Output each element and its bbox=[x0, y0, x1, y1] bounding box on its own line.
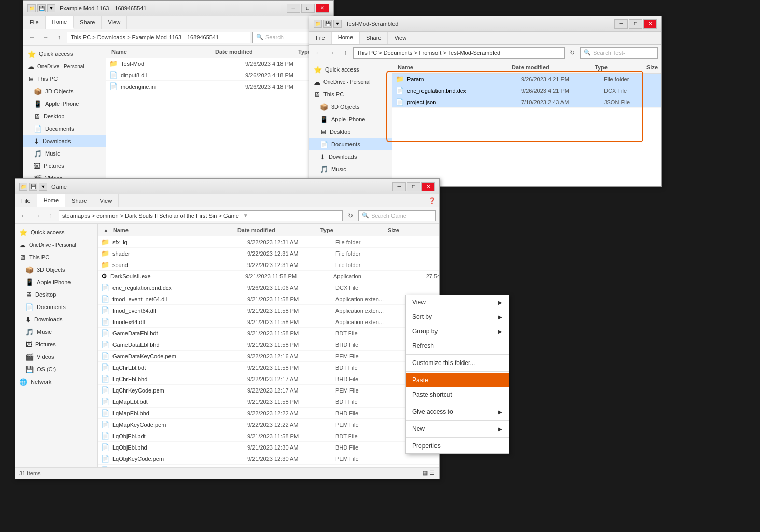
forward-button[interactable]: → bbox=[40, 32, 51, 43]
tab-home[interactable]: Home bbox=[332, 32, 360, 44]
minimize-button[interactable]: ─ bbox=[614, 19, 628, 29]
sidebar-item-quick-access[interactable]: ⭐ Quick access bbox=[15, 226, 97, 239]
sidebar-item-thispc[interactable]: 🖥 This PC bbox=[309, 88, 392, 101]
address-bar[interactable]: This PC > Downloads > Example Mod-1163--… bbox=[67, 32, 250, 43]
tab-share[interactable]: Share bbox=[360, 32, 388, 44]
sidebar-item-downloads[interactable]: ⬇ Downloads bbox=[23, 135, 106, 147]
file-row-lqmapebl-bhd[interactable]: 📄 LqMapEbl.bhd 9/22/2023 12:22 AM BHD Fi… bbox=[98, 408, 439, 419]
ctx-paste[interactable]: Paste bbox=[406, 373, 509, 387]
forward-button[interactable]: → bbox=[326, 47, 337, 59]
refresh-button[interactable]: ↻ bbox=[345, 210, 356, 221]
file-row-fmod-event64[interactable]: 📄 fmod_event64.dll 9/21/2023 11:58 PM Ap… bbox=[98, 305, 439, 316]
dropdown-arrow[interactable]: ▼ bbox=[243, 213, 248, 218]
sidebar-item-music[interactable]: 🎵 Music bbox=[23, 147, 106, 160]
file-row-lqchrebl-bhd[interactable]: 📄 LqChrEbl.bhd 9/22/2023 12:17 AM BHD Fi… bbox=[98, 373, 439, 385]
close-button[interactable]: ✕ bbox=[316, 4, 329, 13]
file-row-gamedatakeycode[interactable]: 📄 GameDataKeyCode.pem 9/22/2023 12:16 AM… bbox=[98, 351, 439, 362]
back-button[interactable]: ← bbox=[26, 32, 38, 43]
ctx-sort-by[interactable]: Sort by ▶ bbox=[406, 310, 509, 324]
list-view-icon[interactable]: ▦ bbox=[423, 470, 428, 477]
ctx-paste-shortcut[interactable]: Paste shortcut bbox=[406, 387, 509, 402]
tab-view[interactable]: View bbox=[93, 194, 119, 207]
refresh-button[interactable]: ↻ bbox=[567, 47, 578, 59]
ctx-customize[interactable]: Customize this folder... bbox=[406, 356, 509, 370]
sidebar-item-apple-iphone[interactable]: 📱 Apple iPhone bbox=[23, 97, 106, 110]
sidebar-item-onedrive[interactable]: ☁ OneDrive - Personal bbox=[23, 60, 106, 73]
up-button[interactable]: ↑ bbox=[53, 32, 65, 43]
sidebar-item-desktop[interactable]: 🖥 Desktop bbox=[15, 288, 97, 301]
file-row-lqchrebl-bdt[interactable]: 📄 LqChrEbl.bdt 9/21/2023 11:58 PM BDT Fi… bbox=[98, 362, 439, 373]
sidebar-item-thispc[interactable]: 🖥 This PC bbox=[15, 251, 97, 263]
sidebar-item-downloads[interactable]: ⬇ Downloads bbox=[15, 313, 97, 326]
sidebar-item-downloads[interactable]: ⬇ Downloads bbox=[309, 150, 392, 163]
file-row-gamedataebl-bdt[interactable]: 📄 GameDataEbl.bdt 9/21/2023 11:58 PM BDT… bbox=[98, 328, 439, 339]
details-view-icon[interactable]: ☰ bbox=[430, 470, 435, 477]
close-button[interactable]: ✕ bbox=[643, 19, 657, 29]
file-row-fmod-event-net64[interactable]: 📄 fmod_event_net64.dll 9/21/2023 11:58 P… bbox=[98, 293, 439, 305]
file-row-darksoulsii-exe[interactable]: ⚙ DarkSoulsII.exe 9/21/2023 11:58 PM App… bbox=[98, 271, 439, 282]
help-icon[interactable]: ❓ bbox=[428, 197, 436, 204]
ctx-group-by[interactable]: Group by ▶ bbox=[406, 324, 509, 339]
address-bar[interactable]: This PC > Documents > Fromsoft > Test-Mo… bbox=[353, 47, 565, 59]
tab-share[interactable]: Share bbox=[65, 194, 93, 207]
sidebar-item-documents[interactable]: 📄 Documents bbox=[309, 138, 392, 150]
minimize-button[interactable]: ─ bbox=[392, 182, 406, 191]
file-row-lqobjebl-bhd[interactable]: 📄 LqObjEbl.bhd 9/21/2023 12:30 AM BHD Fi… bbox=[98, 442, 439, 453]
file-row-sound[interactable]: 📁 sound 9/22/2023 12:31 AM File folder bbox=[98, 259, 439, 271]
maximize-button[interactable]: □ bbox=[629, 19, 642, 29]
file-row-lqchrkeycode[interactable]: 📄 LqChrKeyCode.pem 9/22/2023 12:17 AM PE… bbox=[98, 385, 439, 396]
sidebar-item-osc[interactable]: 💾 OS (C:) bbox=[15, 363, 97, 375]
sidebar-item-onedrive[interactable]: ☁ OneDrive - Personal bbox=[309, 76, 392, 88]
sidebar-item-onedrive[interactable]: ☁ OneDrive - Personal bbox=[15, 239, 97, 251]
file-row-dinput[interactable]: 📄 dinput8.dll 9/26/2023 4:18 PM Appli bbox=[106, 69, 333, 81]
sidebar-item-apple-iphone[interactable]: 📱 Apple iPhone bbox=[309, 113, 392, 125]
sidebar-item-desktop[interactable]: 🖥 Desktop bbox=[309, 125, 392, 138]
file-row-project-json[interactable]: 📄 project.json 7/10/2023 2:43 AM JSON Fi… bbox=[392, 96, 661, 108]
maximize-button[interactable]: □ bbox=[407, 182, 420, 191]
file-row-lqmapkeycode[interactable]: 📄 LqMapKeyCode.pem 9/22/2023 12:22 AM PE… bbox=[98, 419, 439, 430]
col-size[interactable]: Size bbox=[386, 227, 427, 233]
back-button[interactable]: ← bbox=[18, 210, 30, 221]
sidebar-item-pictures[interactable]: 🖼 Pictures bbox=[23, 160, 106, 172]
ctx-refresh[interactable]: Refresh bbox=[406, 339, 509, 353]
file-row-enc-reg[interactable]: 📄 enc_regulation.bnd.dcx 9/26/2023 11:06… bbox=[98, 282, 439, 293]
up-button[interactable]: ↑ bbox=[340, 47, 351, 59]
sidebar-item-network[interactable]: 🌐 Network bbox=[15, 375, 97, 388]
search-box[interactable]: 🔍 Search Game bbox=[358, 210, 436, 221]
col-type[interactable]: Type bbox=[318, 227, 386, 233]
tab-file[interactable]: File bbox=[15, 194, 37, 207]
sidebar-item-pictures[interactable]: 🖼 Pictures bbox=[15, 338, 97, 351]
up-button[interactable]: ↑ bbox=[45, 210, 57, 221]
file-row-enc-reg[interactable]: 📄 enc_regulation.bnd.dcx 9/26/2023 4:21 … bbox=[392, 85, 661, 96]
file-row-lqobjkeycode[interactable]: 📄 LqObjKeyCode.pem 9/21/2023 12:30 AM PE… bbox=[98, 453, 439, 465]
col-date[interactable]: Date modified bbox=[235, 227, 318, 233]
tab-view[interactable]: View bbox=[388, 32, 413, 44]
tab-file[interactable]: File bbox=[23, 16, 46, 29]
sidebar-item-3dobjects[interactable]: 📦 3D Objects bbox=[309, 101, 392, 113]
file-row-test-mod[interactable]: 📁 Test-Mod 9/26/2023 4:18 PM File fo bbox=[106, 58, 333, 69]
sidebar-item-documents[interactable]: 📄 Documents bbox=[15, 301, 97, 313]
tab-share[interactable]: Share bbox=[74, 16, 102, 29]
sidebar-item-documents[interactable]: 📄 Documents bbox=[23, 122, 106, 135]
sidebar-item-thispc[interactable]: 🖥 This PC bbox=[23, 73, 106, 85]
tab-home[interactable]: Home bbox=[46, 16, 74, 29]
sidebar-item-videos[interactable]: 🎬 Videos bbox=[15, 351, 97, 363]
sidebar-item-3dobjects[interactable]: 📦 3D Objects bbox=[15, 263, 97, 276]
sidebar-item-quick-access[interactable]: ⭐ Quick access bbox=[309, 63, 392, 76]
ctx-properties[interactable]: Properties bbox=[406, 439, 509, 453]
forward-button[interactable]: → bbox=[32, 210, 43, 221]
sidebar-item-music[interactable]: 🎵 Music bbox=[309, 163, 392, 175]
sidebar-item-desktop[interactable]: 🖥 Desktop bbox=[23, 110, 106, 122]
ctx-view[interactable]: View ▶ bbox=[406, 295, 509, 310]
minimize-button[interactable]: ─ bbox=[287, 4, 300, 13]
sidebar-item-apple-iphone[interactable]: 📱 Apple iPhone bbox=[15, 276, 97, 288]
maximize-button[interactable]: □ bbox=[301, 4, 315, 13]
search-box[interactable]: 🔍 Search Test- bbox=[580, 47, 658, 59]
file-row-gamedataebl-bhd[interactable]: 📄 GameDataEbl.bhd 9/21/2023 11:58 PM BHD… bbox=[98, 339, 439, 351]
file-row-sfx-lq[interactable]: 📁 sfx_lq 9/22/2023 12:31 AM File folder bbox=[98, 236, 439, 248]
col-name[interactable]: Name bbox=[111, 227, 235, 233]
tab-home[interactable]: Home bbox=[37, 194, 65, 207]
file-row-fmodex64[interactable]: 📄 fmodex64.dll 9/21/2023 11:58 PM Applic… bbox=[98, 316, 439, 328]
tab-file[interactable]: File bbox=[309, 32, 332, 44]
file-row-shader[interactable]: 📁 shader 9/22/2023 12:31 AM File folder bbox=[98, 248, 439, 259]
